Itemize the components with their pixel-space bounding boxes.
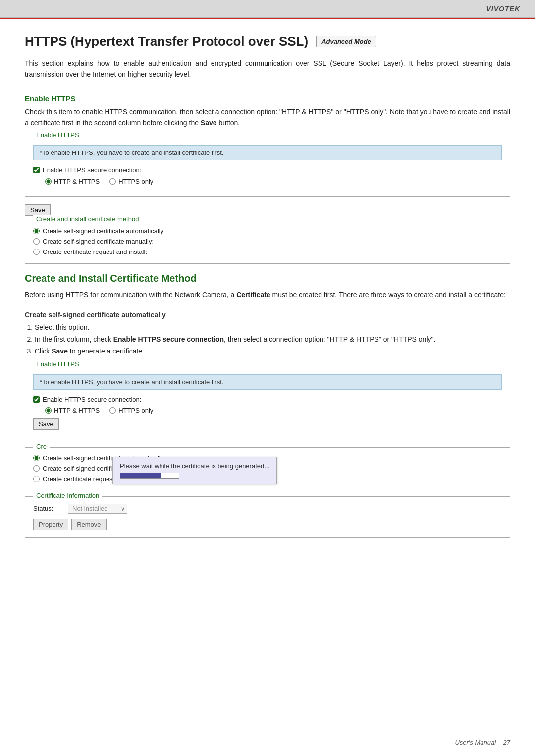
- cert-radio-auto-1: Create self-signed certificate automatic…: [33, 227, 502, 235]
- cert-method-legend-2: Cre: [33, 443, 50, 450]
- panel1-radio-label-2: HTTPS only: [118, 178, 153, 185]
- enable-https-panel-1: Enable HTTPS *To enable HTTPS, you have …: [25, 136, 510, 197]
- status-dropdown[interactable]: Not installed: [68, 504, 127, 514]
- save-popup-row: Save Please wait while the certificate i…: [33, 418, 502, 432]
- panel2-radio-label-1: HTTP & HTTPS: [54, 407, 100, 414]
- panel1-radio-http-https: HTTP & HTTPS: [45, 178, 100, 185]
- panel2-radio-label-2: HTTPS only: [118, 407, 153, 414]
- enable-https-desc: Check this item to enable HTTPS communic…: [25, 106, 510, 129]
- cert-info-legend: Certificate Information: [33, 492, 102, 499]
- status-dropdown-wrap: Not installed: [68, 504, 127, 514]
- panel2-radio-http-https: HTTP & HTTPS: [45, 407, 100, 414]
- popup-area: Save Please wait while the certificate i…: [33, 418, 502, 432]
- step2-bold: Enable HTTPS secure connection: [113, 335, 224, 343]
- save-button-2[interactable]: Save: [33, 418, 59, 430]
- panel1-legend: Enable HTTPS: [33, 131, 82, 139]
- create-self-signed-heading: Create self-signed certificate automatic…: [25, 311, 510, 319]
- certificate-bold: Certificate: [236, 291, 270, 299]
- enable-https-checkbox-1[interactable]: [33, 167, 40, 173]
- panel1-info-bar: *To enable HTTPS, you have to create and…: [33, 145, 502, 160]
- cert-info-body: Status: Not installed Property Remove: [25, 497, 510, 537]
- top-bar: VIVOTEK: [0, 0, 535, 18]
- panel1-checkbox-label: Enable HTTPS secure connection:: [43, 166, 141, 174]
- step3-bold: Save: [52, 347, 68, 355]
- step-1: Select this option.: [35, 322, 510, 334]
- page-title-row: HTTPS (Hypertext Transfer Protocol over …: [25, 34, 510, 49]
- cert-radio-request-input-2[interactable]: [33, 476, 40, 482]
- progress-bar-fill: [120, 473, 161, 478]
- property-button[interactable]: Property: [33, 519, 68, 530]
- brand-name: VIVOTEK: [486, 5, 520, 13]
- enable-https-checkbox-2[interactable]: [33, 396, 40, 403]
- advanced-mode-badge[interactable]: Advanced Mode: [316, 36, 376, 47]
- intro-text: This section explains how to enable auth…: [25, 58, 510, 80]
- cert-radio-manual-input-2[interactable]: [33, 465, 40, 472]
- enable-https-heading: Enable HTTPS: [25, 94, 510, 102]
- cert-method-legend-1: Create and install certificate method: [33, 215, 142, 223]
- radio-https-only-1[interactable]: [109, 178, 116, 185]
- cert-radio-request-input-1[interactable]: [33, 249, 40, 255]
- content-area: HTTPS (Hypertext Transfer Protocol over …: [0, 19, 535, 562]
- cert-radio-auto-input-1[interactable]: [33, 228, 40, 234]
- please-wait-popup: Please wait while the certificate is bei…: [112, 457, 277, 484]
- popup-text: Please wait while the certificate is bei…: [120, 462, 269, 470]
- step-2: In the first column, check Enable HTTPS …: [35, 334, 510, 346]
- cert-radio-manual-input-1[interactable]: [33, 238, 40, 245]
- panel2-legend: Enable HTTPS: [33, 360, 82, 368]
- panel2-checkbox-label: Enable HTTPS secure connection:: [43, 396, 141, 403]
- cert-method-panel-1: Create and install certificate method Cr…: [25, 220, 510, 264]
- status-label: Status:: [33, 505, 63, 512]
- enable-https-panel-2: Enable HTTPS *To enable HTTPS, you have …: [25, 365, 510, 439]
- radio-https-only-2[interactable]: [109, 407, 116, 414]
- create-install-heading: Create and Install Certificate Method: [25, 273, 510, 284]
- radio-http-https-1[interactable]: [45, 178, 52, 185]
- panel2-body: *To enable HTTPS, you have to create and…: [25, 365, 510, 439]
- step-3: Click Save to generate a certificate.: [35, 346, 510, 357]
- save-button-1[interactable]: Save: [25, 204, 51, 216]
- cert-radio-request-1: Create certificate request and install:: [33, 248, 502, 255]
- panel1-radio-row: HTTP & HTTPS HTTPS only: [45, 178, 502, 185]
- remove-button[interactable]: Remove: [71, 519, 106, 530]
- panel2-checkbox-row: Enable HTTPS secure connection:: [33, 396, 502, 403]
- panel2-radio-https-only: HTTPS only: [109, 407, 153, 414]
- create-install-desc: Before using HTTPS for communication wit…: [25, 289, 510, 300]
- progress-bar-container: [120, 473, 179, 479]
- status-row: Status: Not installed: [33, 504, 502, 514]
- page-title: HTTPS (Hypertext Transfer Protocol over …: [25, 34, 308, 49]
- cert-radio-manual-1: Create self-signed certificate manually:: [33, 238, 502, 245]
- panel2-radio-row: HTTP & HTTPS HTTPS only: [45, 407, 502, 414]
- cert-radio-auto-input-2[interactable]: [33, 455, 40, 461]
- panel1-body: *To enable HTTPS, you have to create and…: [25, 136, 510, 196]
- cert-radio-request-label-1: Create certificate request and install:: [43, 248, 147, 255]
- cert-radio-manual-label-1: Create self-signed certificate manually:: [43, 238, 154, 245]
- panel2-info-bar: *To enable HTTPS, you have to create and…: [33, 374, 502, 390]
- panel1-radio-https-only: HTTPS only: [109, 178, 153, 185]
- footer: User's Manual – 27: [455, 739, 510, 746]
- cert-info-panel: Certificate Information Status: Not inst…: [25, 496, 510, 538]
- radio-http-https-2[interactable]: [45, 407, 52, 414]
- steps-list: Select this option. In the first column,…: [35, 322, 510, 357]
- page-wrapper: VIVOTEK HTTPS (Hypertext Transfer Protoc…: [0, 0, 535, 756]
- panel1-radio-label-1: HTTP & HTTPS: [54, 178, 100, 185]
- save-bold: Save: [201, 119, 217, 127]
- cert-radio-auto-label-1: Create self-signed certificate automatic…: [43, 227, 163, 235]
- cert-method-body-1: Create self-signed certificate automatic…: [25, 220, 510, 263]
- action-btns: Property Remove: [33, 519, 502, 530]
- panel1-checkbox-row: Enable HTTPS secure connection:: [33, 166, 502, 174]
